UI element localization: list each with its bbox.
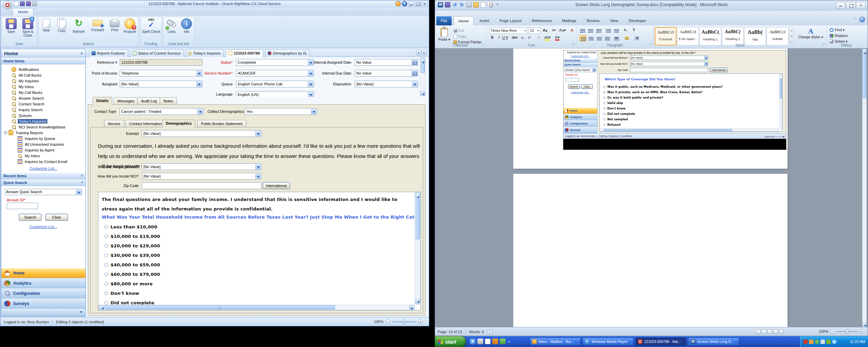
line-spacing-button[interactable]: ▾ [613,35,619,41]
chevron-down-icon[interactable] [308,70,313,76]
spell-status-icon[interactable] [487,329,492,334]
theme-button[interactable] [395,1,401,6]
sidebar-item-contact-search[interactable]: Contact Search [1,101,85,107]
status-select[interactable]: Completed [236,59,314,66]
tab-status-of-current-surveys[interactable]: Status of Current Surveys [130,49,184,57]
app-orb-icon[interactable] [3,1,12,9]
web-layout-icon[interactable] [767,329,772,334]
chevron-down-icon[interactable] [311,109,316,114]
align-left-button[interactable] [579,35,586,41]
font-name-select[interactable]: Times New Rom [489,27,527,34]
zoom-in-button[interactable]: + [418,319,423,324]
quick-launch-icon[interactable] [485,339,491,344]
nav-more-button[interactable] [1,309,85,316]
nav-home[interactable]: Home [1,268,85,278]
zoom-out-button[interactable]: − [830,329,835,334]
font-color-button[interactable]: A▾ [554,35,560,41]
tab-page-layout[interactable]: Page Layout [495,16,526,25]
income-vertical-scrollbar[interactable] [415,192,420,305]
select-button[interactable]: Select ▾ [830,39,847,43]
quick-search-header[interactable]: Quick Search» [1,179,85,186]
style-subtitle[interactable]: AaBbCcISubtitle [767,27,788,45]
tab-scroll-right[interactable]: ► [422,50,427,55]
radio-icon[interactable] [104,225,108,229]
numbering-button[interactable] [588,28,593,34]
radio-icon[interactable] [104,291,108,295]
tab-demographics-by-is[interactable]: Demographics by IS [265,49,310,57]
highlight-button[interactable]: ab▾ [544,35,551,41]
contact-type-select[interactable]: Cancer patient - Treated [119,108,203,115]
chevron-down-icon[interactable] [255,131,261,136]
radio-icon[interactable] [104,234,108,238]
sidebar-item-todays-inquiries[interactable]: Today's Inquiries [1,118,85,124]
customize-list-link[interactable]: Customize List... [1,166,85,170]
collect-demographics-select[interactable]: Yes [245,108,317,115]
tab-service[interactable]: Service [104,120,124,127]
style-no-spacing[interactable]: AaBbCcI¶ No Spaci... [677,27,699,45]
tab-review[interactable]: Review [582,16,604,25]
cut-button[interactable]: Cut [453,28,463,33]
refresh-button[interactable]: ↻Refresh [70,18,87,34]
shading-button[interactable]: ▾ [624,35,630,41]
internet-explorer-icon[interactable]: e [470,339,476,344]
show-formatting-button[interactable]: ¶ [631,27,637,33]
quick-launch-icon[interactable] [492,339,498,344]
collapse-minus-icon[interactable] [4,131,7,134]
tray-icon[interactable] [815,340,819,344]
increase-indent-button[interactable] [613,28,619,34]
sidebar-item-my-inbox-report[interactable]: My Inbox [1,153,85,159]
sidebar-item-my-inquiries[interactable]: My Inquiries [1,78,85,84]
collapse-icon[interactable]: « [80,51,83,56]
recent-items-header[interactable]: Recent Items» [1,172,85,179]
scroll-down-icon[interactable] [862,323,867,327]
tab-public-burden-statement[interactable]: Public Burden Statement [197,120,246,127]
nav-surveys[interactable]: Surveys [1,299,85,309]
sidebar-folder-training-reports[interactable]: Training Reports [1,130,85,136]
calendar-icon[interactable] [412,70,417,76]
minimize-button[interactable] [836,2,845,8]
zoom-slider-thumb[interactable] [403,320,406,324]
tab-todays-inquiries[interactable]: Today's Inquiries [186,49,224,57]
save-button[interactable]: Save [3,18,19,34]
zoom-slider[interactable] [837,331,857,332]
quick-launch-icon[interactable] [500,339,506,344]
close-button[interactable] [422,1,428,6]
tray-icon[interactable] [809,340,813,344]
tab-mailings[interactable]: Mailings [558,16,581,25]
find-button[interactable]: Find ▾ [830,28,845,32]
replace-button[interactable]: Replace [830,34,848,38]
dialog-launcher-icon[interactable] [482,44,486,47]
sidebar-item-inquires-by-contact-email[interactable]: Inquires by Contact Email [1,159,85,164]
justify-button[interactable] [604,35,611,41]
clear-button[interactable]: Clear [45,214,68,221]
nav-analytics[interactable]: Analytics [1,278,85,288]
service-number-select[interactable]: 4CANCER [236,70,314,77]
paste-button[interactable]: Paste ▾ [437,27,451,45]
style-heading-1[interactable]: AaBbC(Heading 1 [699,27,721,45]
language-select[interactable]: English (US) [236,91,314,97]
radio-option[interactable]: $40,000 to $59,000 [111,262,160,267]
radio-option[interactable]: $20,000 to $29,000 [111,243,160,248]
style-title[interactable]: AaBb(Title [744,27,766,45]
scroll-down-icon[interactable] [415,299,420,304]
splitter-grip[interactable]: ········· [1,265,85,268]
help-icon[interactable]: ? [859,17,865,22]
taskbar-button-wmp[interactable]: Windows Media Player [583,338,633,346]
sidebar-item-inquiries-by-agent[interactable]: Inquiries by Agent [1,147,85,153]
chevron-down-icon[interactable] [196,81,202,87]
style-heading-2[interactable]: AaBbC(Heading 2 [722,27,744,45]
outline-icon[interactable] [773,329,778,334]
print-button[interactable]: Print [108,18,121,32]
ribbon-tab-home[interactable]: Home [13,8,34,16]
tab-scroll-left[interactable]: ◄ [416,50,421,55]
calendar-icon[interactable] [412,60,417,65]
forward-button[interactable]: Forward [88,18,107,32]
sidebar-item-inquires-by-queue[interactable]: Inquires by Queue [1,136,85,141]
bullets-button[interactable] [579,28,585,34]
radio-option[interactable]: $60,000 to $79,000 [111,272,160,277]
sidebar-item-answer-search[interactable]: Answer Search [1,95,85,101]
clock[interactable]: 11:22 AM [850,340,865,344]
tab-file[interactable]: File [436,16,452,25]
chevron-down-icon[interactable] [197,109,203,114]
tab-developer[interactable]: Developer [624,16,651,25]
